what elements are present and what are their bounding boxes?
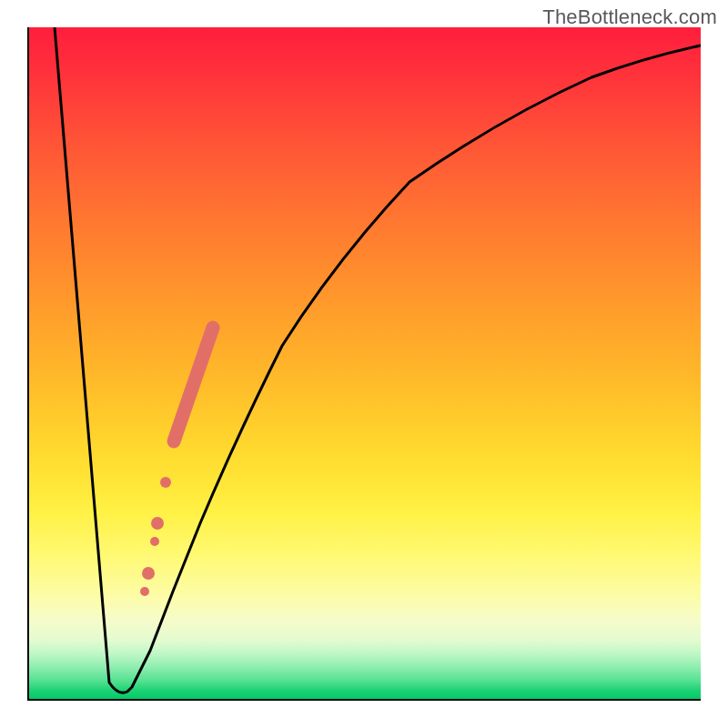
marker-dot	[160, 477, 171, 488]
plot-area	[27, 27, 701, 701]
marker-dot	[140, 587, 149, 596]
y-axis	[27, 27, 29, 701]
watermark: TheBottleneck.com	[542, 5, 717, 29]
highlight-segment	[174, 328, 213, 441]
marker-dot	[142, 567, 155, 580]
chart-frame: TheBottleneck.com	[0, 0, 728, 728]
marker-dot	[151, 517, 164, 530]
marker-dot	[150, 537, 159, 546]
x-axis	[27, 699, 701, 701]
curve-layer	[27, 27, 701, 701]
bottleneck-curve	[55, 27, 701, 693]
